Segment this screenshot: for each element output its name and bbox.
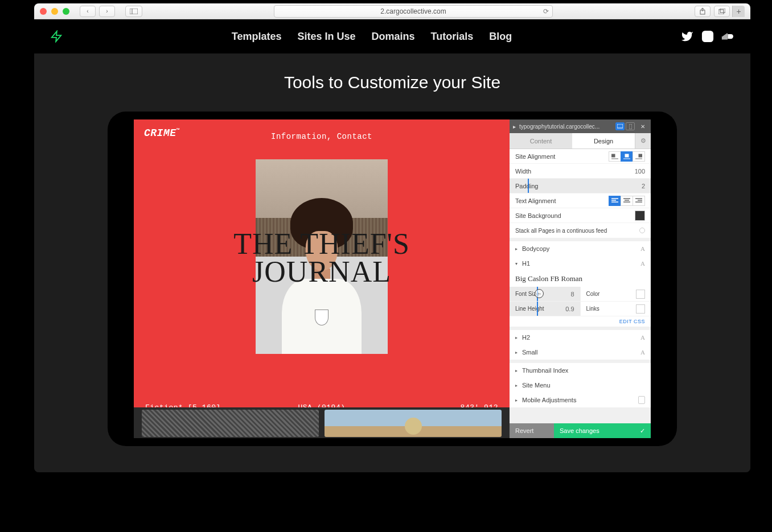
svg-rect-0 xyxy=(130,9,138,14)
color-swatch[interactable] xyxy=(636,290,645,299)
tab-design[interactable]: Design xyxy=(572,133,635,149)
links-control[interactable]: Links xyxy=(581,302,651,316)
align-right-button[interactable] xyxy=(633,151,645,162)
nav-blog[interactable]: Blog xyxy=(489,31,512,43)
svg-rect-12 xyxy=(725,34,726,40)
logo-bolt-icon[interactable] xyxy=(50,30,63,43)
save-button[interactable]: Save changes ✓ xyxy=(554,423,651,438)
panel-close-icon[interactable]: ✕ xyxy=(638,123,647,130)
back-button[interactable]: ‹ xyxy=(80,6,96,17)
section-other: ▸ Thumbnail Index ▸ Site Menu ▸ Mobile A… xyxy=(510,363,651,407)
social-links xyxy=(681,30,734,43)
acc-h1[interactable]: ▾ H1 A xyxy=(510,256,651,271)
bg-swatch[interactable] xyxy=(635,211,645,221)
font-icon: A xyxy=(640,334,645,341)
row-stack-pages[interactable]: Stack all Pages in a continuous feed xyxy=(510,223,651,238)
share-group xyxy=(695,6,730,17)
chevron-right-icon: ▸ xyxy=(515,398,518,403)
instagram-icon[interactable] xyxy=(701,30,714,43)
links-swatch[interactable] xyxy=(636,304,645,314)
nav-tutorials[interactable]: Tutorials xyxy=(431,31,474,43)
titlebar: ‹ › 2.cargocollective.com ⟳ + xyxy=(34,3,750,19)
mobile-icon xyxy=(638,396,645,404)
text-right-button[interactable] xyxy=(633,196,645,206)
row-width[interactable]: Width 100 xyxy=(510,164,651,179)
reload-icon[interactable]: ⟳ xyxy=(543,7,549,15)
svg-rect-13 xyxy=(726,34,727,40)
resize-cursor-icon: ↔ xyxy=(535,289,544,298)
section-text-styles: ▸ H2 A ▸ Small A xyxy=(510,330,651,360)
chevron-right-icon: ▸ xyxy=(515,383,518,388)
svg-rect-14 xyxy=(617,124,623,128)
svg-point-8 xyxy=(711,33,712,34)
sidebar-icon[interactable] xyxy=(125,6,142,17)
acc-h2[interactable]: ▸ H2 A xyxy=(510,330,651,345)
gear-icon[interactable]: ⚙ xyxy=(635,133,651,149)
text-left-button[interactable] xyxy=(609,196,621,206)
row-text-alignment: Text Alignment xyxy=(510,193,651,208)
acc-mobile-adjustments[interactable]: ▸ Mobile Adjustments xyxy=(510,393,651,407)
line-height-control[interactable]: Line Height 0.9 xyxy=(510,302,581,316)
svg-point-7 xyxy=(705,34,709,38)
minimize-icon[interactable] xyxy=(51,8,58,15)
panel-body: Site Alignment Width 100 xyxy=(510,149,651,423)
share-icon[interactable] xyxy=(695,6,711,17)
device-switcher xyxy=(615,122,635,130)
svg-rect-4 xyxy=(720,9,725,13)
nav-domains[interactable]: Domains xyxy=(372,31,415,43)
align-left-button[interactable] xyxy=(609,151,621,162)
stack-toggle[interactable] xyxy=(639,228,645,233)
acc-site-menu[interactable]: ▸ Site Menu xyxy=(510,378,651,393)
text-center-button[interactable] xyxy=(621,196,633,206)
site-alignment-switch xyxy=(609,151,645,162)
row-fontsize-color: Font Size ↔ 8 Color xyxy=(510,287,651,302)
page-headline: Tools to Customize your Site xyxy=(34,73,750,92)
chevron-down-icon: ▾ xyxy=(515,261,518,266)
site-preview-nav[interactable]: Information, Contact xyxy=(134,132,510,141)
font-size-control[interactable]: Font Size ↔ 8 xyxy=(510,287,581,301)
section-typography: ▸ Bodycopy A ▾ H1 A Big Caslon FB Roman xyxy=(510,241,651,327)
desktop-view-button[interactable] xyxy=(615,122,625,130)
padding-value: 2 xyxy=(642,183,645,189)
sidebar-toggle-group xyxy=(125,6,142,17)
color-control[interactable]: Color xyxy=(581,287,651,301)
hero-title: THE THIEF'S JOURNAL xyxy=(134,230,510,286)
url-bar[interactable]: 2.cargocollective.com ⟳ xyxy=(274,5,553,18)
chevron-right-icon: ▸ xyxy=(515,350,518,355)
new-tab-button[interactable]: + xyxy=(732,6,745,17)
panel-footer: Revert Save changes ✓ xyxy=(510,423,651,438)
page-content: Tools to Customize your Site CRIME™ Info… xyxy=(34,53,750,472)
maximize-icon[interactable] xyxy=(63,8,69,15)
row-padding[interactable]: Padding 2 xyxy=(510,179,651,193)
close-icon[interactable] xyxy=(40,8,47,15)
row-site-alignment: Site Alignment xyxy=(510,149,651,164)
acc-thumbnail-index[interactable]: ▸ Thumbnail Index xyxy=(510,363,651,378)
nav-templates[interactable]: Templates xyxy=(232,31,282,43)
nav-sites-in-use[interactable]: Sites In Use xyxy=(297,31,355,43)
acc-bodycopy[interactable]: ▸ Bodycopy A xyxy=(510,241,651,256)
revert-button[interactable]: Revert xyxy=(510,423,554,438)
svg-rect-9 xyxy=(722,36,722,40)
row-site-background[interactable]: Site Background xyxy=(510,208,651,223)
window-controls xyxy=(40,8,69,15)
main-nav: Templates Sites In Use Domains Tutorials… xyxy=(232,31,512,43)
tabs-icon[interactable] xyxy=(714,6,730,17)
twitter-icon[interactable] xyxy=(681,30,693,43)
forward-button[interactable]: › xyxy=(99,6,115,17)
align-center-button[interactable] xyxy=(621,151,633,162)
mobile-view-button[interactable] xyxy=(626,122,635,130)
tab-content[interactable]: Content xyxy=(510,133,572,149)
svg-marker-5 xyxy=(52,31,61,42)
edit-css-link[interactable]: EDIT CSS xyxy=(510,316,651,327)
svg-rect-3 xyxy=(718,10,724,14)
site-preview[interactable]: CRIME™ Information, Contact THE THIEF'S … xyxy=(134,119,510,438)
thumbnail-2[interactable] xyxy=(325,410,502,437)
svg-rect-11 xyxy=(724,35,725,39)
thumbnail-1[interactable] xyxy=(142,410,319,437)
acc-small[interactable]: ▸ Small A xyxy=(510,345,651,360)
font-icon: A xyxy=(640,349,645,356)
panel-back-icon[interactable]: ▸ xyxy=(513,123,516,130)
section-layout: Site Alignment Width 100 xyxy=(510,149,651,238)
soundcloud-icon[interactable] xyxy=(722,30,734,43)
font-name[interactable]: Big Caslon FB Roman xyxy=(510,271,651,287)
